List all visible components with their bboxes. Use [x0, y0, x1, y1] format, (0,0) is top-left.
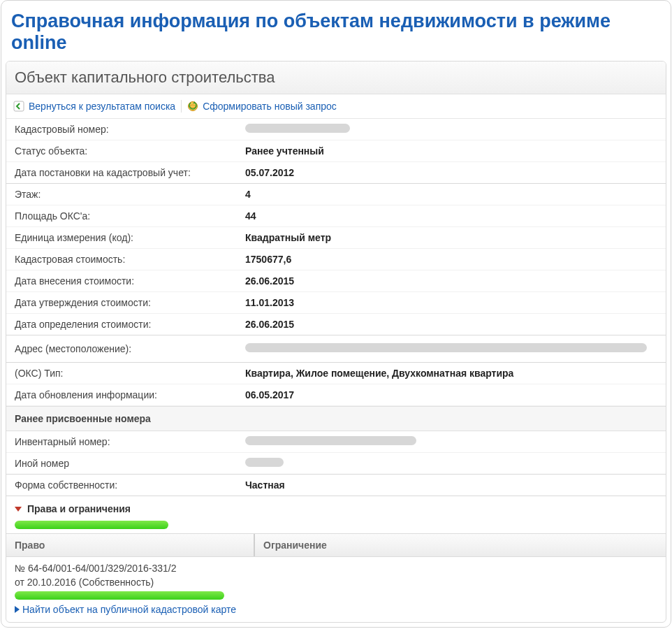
- prev-numbers-header: Ранее присвоенные номера: [6, 406, 666, 431]
- highlight-marker: [15, 591, 224, 600]
- address-value: [245, 343, 657, 354]
- find-on-map-label: Найти объект на публичной кадастровой ка…: [22, 604, 236, 615]
- unit-value: Квадратный метр: [245, 232, 657, 243]
- field-row: Дата постановки на кадастровый учет: 05.…: [6, 162, 666, 184]
- oks-type-value: Квартира, Жилое помещение, Двухкомнатная…: [245, 368, 657, 379]
- rights-expand-toggle[interactable]: Права и ограничения: [6, 496, 666, 519]
- panel-header: Объект капитального строительства: [6, 62, 666, 94]
- page-container: Справочная информация по объектам недвиж…: [1, 0, 671, 628]
- svg-rect-0: [14, 101, 24, 111]
- floor-label: Этаж:: [15, 189, 245, 200]
- area-label: Площадь ОКС'а:: [15, 210, 245, 222]
- field-row: Инвентарный номер:: [6, 431, 666, 453]
- highlight-marker: [15, 521, 168, 529]
- field-row: Этаж: 4: [6, 184, 666, 205]
- toolbar: Вернуться к результатам поиска Сформиров…: [6, 94, 666, 119]
- back-arrow-icon: [13, 101, 24, 112]
- field-row: Статус объекта: Ранее учтенный: [6, 140, 666, 162]
- field-row: Дата обновления информации: 06.05.2017: [6, 384, 666, 406]
- object-panel: Объект капитального строительства Вернут…: [6, 61, 666, 623]
- cad-cost-label: Кадастровая стоимость:: [15, 254, 245, 265]
- cad-number-label: Кадастровый номер:: [15, 124, 245, 135]
- ownform-value: Частная: [245, 479, 657, 491]
- field-row: Единица измерения (код): Квадратный метр: [6, 227, 666, 249]
- field-row: Кадастровый номер:: [6, 119, 666, 140]
- field-row: Дата внесения стоимости: 26.06.2015: [6, 270, 666, 292]
- rights-table-header: Право Ограничение: [6, 533, 666, 557]
- new-query-label: Сформировать новый запрос: [203, 101, 337, 112]
- back-to-results-label: Вернуться к результатам поиска: [29, 101, 175, 112]
- field-row: Дата утверждения стоимости: 11.01.2013: [6, 292, 666, 314]
- field-row: Площадь ОКС'а: 44: [6, 205, 666, 227]
- cost-entry-label: Дата внесения стоимости:: [15, 275, 245, 287]
- reg-date-value: 05.07.2012: [245, 167, 657, 178]
- cost-entry-value: 26.06.2015: [245, 275, 657, 287]
- cad-cost-value: 1750677,6: [245, 254, 657, 265]
- cad-number-value: [245, 124, 657, 135]
- right-reg-date-type: от 20.10.2016 (Собственность): [15, 575, 657, 589]
- inv-value: [245, 436, 657, 447]
- other-value: [245, 458, 657, 469]
- oks-type-label: (ОКС) Тип:: [15, 368, 245, 379]
- cost-appr-label: Дата утверждения стоимости:: [15, 297, 245, 308]
- inv-label: Инвентарный номер:: [15, 436, 245, 447]
- upd-value: 06.05.2017: [245, 389, 657, 400]
- area-value: 44: [245, 210, 657, 222]
- field-row: (ОКС) Тип: Квартира, Жилое помещение, Дв…: [6, 363, 666, 384]
- field-row: Кадастровая стоимость: 1750677,6: [6, 249, 666, 270]
- triangle-right-icon: [15, 606, 20, 613]
- find-on-map-link[interactable]: Найти объект на публичной кадастровой ка…: [6, 604, 666, 622]
- cost-appr-value: 11.01.2013: [245, 297, 657, 308]
- back-to-results-link[interactable]: Вернуться к результатам поиска: [13, 101, 175, 112]
- chevron-down-icon: [15, 507, 22, 512]
- field-row: Форма собственности: Частная: [6, 475, 666, 496]
- reg-date-label: Дата постановки на кадастровый учет:: [15, 167, 245, 178]
- floor-value: 4: [245, 189, 657, 200]
- address-label: Адрес (местоположение):: [15, 343, 245, 354]
- field-row: Иной номер: [6, 453, 666, 475]
- cost-det-value: 26.06.2015: [245, 319, 657, 330]
- field-row: Дата определения стоимости: 26.06.2015: [6, 314, 666, 335]
- rights-section-title: Права и ограничения: [27, 503, 131, 514]
- status-value: Ранее учтенный: [245, 145, 657, 157]
- page-title: Справочная информация по объектам недвиж…: [1, 1, 671, 61]
- field-row: Адрес (местоположение):: [6, 335, 666, 363]
- col-right-header: Право: [6, 534, 255, 556]
- upd-label: Дата обновления информации:: [15, 389, 245, 400]
- fields-block-1: Кадастровый номер: Статус объекта: Ранее…: [6, 119, 666, 406]
- col-limit-header: Ограничение: [255, 534, 666, 556]
- other-label: Иной номер: [15, 458, 245, 469]
- right-reg-number: № 64-64/001-64/001/329/2016-331/2: [15, 561, 657, 575]
- rights-table-row: № 64-64/001-64/001/329/2016-331/2 от 20.…: [6, 557, 666, 591]
- new-query-link[interactable]: Сформировать новый запрос: [187, 101, 337, 112]
- unit-label: Единица измерения (код):: [15, 232, 245, 243]
- toolbar-separator: [181, 100, 182, 113]
- globe-reload-icon: [187, 101, 198, 112]
- fields-block-2: Инвентарный номер: Иной номер Форма собс…: [6, 431, 666, 496]
- status-label: Статус объекта:: [15, 145, 245, 157]
- cost-det-label: Дата определения стоимости:: [15, 319, 245, 330]
- ownform-label: Форма собственности:: [15, 479, 245, 491]
